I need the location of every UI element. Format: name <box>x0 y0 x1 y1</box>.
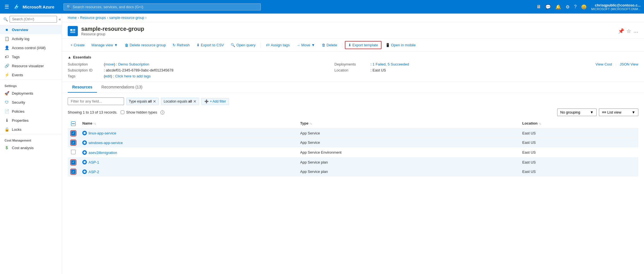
name-column-header[interactable]: Name ↑↓ <box>79 118 297 129</box>
select-all-checkbox[interactable] <box>71 121 76 126</box>
sidebar-item-events[interactable]: ⚡ Events <box>0 70 62 79</box>
create-button[interactable]: + Create <box>68 42 87 49</box>
row-checkbox-cell[interactable]: ✓ <box>68 158 79 167</box>
row-name-link[interactable]: ASP-1 <box>89 160 99 164</box>
type-chip-label: Type equals all <box>129 99 152 103</box>
json-view-link[interactable]: JSON View <box>620 62 638 66</box>
sidebar-item-policies[interactable]: 📄 Policies <box>0 107 62 116</box>
no-grouping-dropdown[interactable]: No grouping ▼ <box>557 108 597 116</box>
select-all-header[interactable] <box>68 118 79 129</box>
favorite-icon[interactable]: ☆ <box>627 28 631 34</box>
essentials-header[interactable]: ▲ Essentials <box>68 55 638 59</box>
tab-recommendations[interactable]: Recommendations (13) <box>97 82 147 93</box>
row-name-link[interactable]: asev2ilbmigration <box>89 151 117 155</box>
help-icon[interactable]: ? <box>574 4 577 9</box>
show-hidden-label[interactable]: Show hidden types <box>121 110 157 114</box>
row-checkbox-cell[interactable] <box>68 147 79 158</box>
breadcrumb-resource-groups[interactable]: Resource groups <box>80 16 106 20</box>
user-account[interactable]: chrisqpublic@contoso.c... MICROSOFT (MIC… <box>591 3 641 11</box>
sidebar-item-iam[interactable]: 👤 Access control (IAM) <box>0 43 62 52</box>
activity-log-icon: 📋 <box>5 36 9 41</box>
sidebar-item-locks[interactable]: 🔒 Locks <box>0 125 62 134</box>
row-name-link[interactable]: windows-app-service <box>89 141 123 145</box>
export-csv-label: Export to CSV <box>201 43 224 47</box>
manage-view-button[interactable]: Manage view ▼ <box>89 42 120 49</box>
view-cost-link[interactable]: View Cost <box>596 62 612 66</box>
sidebar-item-deployments[interactable]: 🚀 Deployments <box>0 89 62 98</box>
more-options-icon[interactable]: … <box>633 28 638 34</box>
refresh-label: Refresh <box>177 43 190 47</box>
sidebar-search-input[interactable] <box>10 16 57 23</box>
essentials-grid: Subscription (move) : Demo Subscription … <box>68 62 590 78</box>
tags-edit-link[interactable]: edit <box>105 74 111 78</box>
row-service-icon <box>82 150 87 155</box>
filter-input[interactable] <box>68 97 124 105</box>
table-row: ✓ ASP-1App Service planEast US <box>68 158 638 167</box>
manage-view-label: Manage view <box>91 43 113 47</box>
delete-label: Delete <box>327 43 337 47</box>
sidebar-label-tags: Tags <box>12 55 19 59</box>
row-checkbox-checked[interactable]: ✓ <box>71 160 76 165</box>
open-query-label: Open query <box>236 43 255 47</box>
row-checkbox-unchecked[interactable] <box>71 150 76 154</box>
location-chip-close[interactable]: ✕ <box>193 99 197 104</box>
subscription-move-link[interactable]: move <box>105 62 114 66</box>
row-service-icon <box>82 160 87 164</box>
query-icon: 🔍 <box>231 43 235 47</box>
open-mobile-button[interactable]: 📱 Open in mobile <box>383 42 418 49</box>
breadcrumb-current[interactable]: sample-resource-group <box>109 16 144 20</box>
notifications-icon[interactable]: 🔔 <box>555 4 561 10</box>
export-csv-button[interactable]: ⬇ Export to CSV <box>194 42 227 49</box>
settings-icon[interactable]: ⚙ <box>566 4 570 10</box>
refresh-button[interactable]: ↻ Refresh <box>170 42 193 49</box>
delete-resource-group-button[interactable]: 🗑 Delete resource group <box>122 42 169 49</box>
delete-button[interactable]: 🗑 Delete <box>319 42 340 49</box>
sidebar-item-activity-log[interactable]: 📋 Activity log <box>0 34 62 43</box>
sidebar-item-tags[interactable]: 🏷 Tags <box>0 52 62 61</box>
table-row: ✓ windows-app-serviceApp ServiceEast US <box>68 138 638 147</box>
tab-resources[interactable]: Resources <box>68 82 97 93</box>
export-template-button[interactable]: ⬇ Export template <box>345 41 381 49</box>
name-sort-icon: ↑↓ <box>93 122 96 125</box>
sidebar-item-resource-visualizer[interactable]: 🔗 Resource visualizer <box>0 61 62 70</box>
sidebar-label-deployments: Deployments <box>12 91 33 95</box>
row-checkbox-cell[interactable]: ✓ <box>68 129 79 138</box>
location-column-header[interactable]: Location ↑↓ <box>519 118 638 129</box>
row-checkbox-checked[interactable]: ✓ <box>71 169 76 174</box>
row-checkbox-checked[interactable]: ✓ <box>71 131 76 136</box>
add-filter-button[interactable]: ➕ + Add filter <box>201 98 229 105</box>
sidebar-item-properties[interactable]: ℹ Properties <box>0 116 62 125</box>
tags-add-link[interactable]: Click here to add tags <box>115 74 151 78</box>
subscription-link[interactable]: Demo Subscription <box>118 62 149 66</box>
row-checkbox-cell[interactable]: ✓ <box>68 167 79 177</box>
assign-tags-button[interactable]: 🏷 Assign tags <box>263 42 292 49</box>
type-column-header[interactable]: Type ↑↓ <box>297 118 519 129</box>
sidebar-item-overview[interactable]: ■ Overview <box>0 25 62 34</box>
row-name-link[interactable]: linux-app-service <box>89 131 116 135</box>
row-location-cell: East US <box>519 158 638 167</box>
type-chip-close[interactable]: ✕ <box>153 99 156 104</box>
global-search-bar[interactable]: 🔍 <box>63 3 261 10</box>
row-checkbox-cell[interactable]: ✓ <box>68 138 79 147</box>
row-name-link[interactable]: ASP-2 <box>89 170 99 174</box>
hamburger-menu[interactable]: ☰ <box>3 3 10 11</box>
toolbar: + Create Manage view ▼ 🗑 Delete resource… <box>62 39 644 52</box>
pin-icon[interactable]: 📌 <box>618 28 624 34</box>
open-query-button[interactable]: 🔍 Open query <box>228 42 258 49</box>
deployments-link[interactable]: 1 Failed, 5 Succeeded <box>372 62 409 66</box>
sidebar-item-security[interactable]: 🛡 Security <box>0 98 62 107</box>
cloud-shell-icon[interactable]: 🖥 <box>536 4 541 9</box>
row-service-icon <box>82 131 87 135</box>
row-checkbox-checked[interactable]: ✓ <box>71 140 76 145</box>
move-button[interactable]: → Move ▼ <box>294 42 318 49</box>
breadcrumb-home[interactable]: Home <box>68 16 77 20</box>
sidebar-collapse-btn[interactable]: « <box>59 17 61 21</box>
global-search-input[interactable] <box>73 5 258 9</box>
feedback2-icon[interactable]: 😀 <box>581 4 587 10</box>
list-view-dropdown[interactable]: ≡≡ List view ▼ <box>599 108 638 116</box>
show-hidden-checkbox[interactable] <box>121 110 124 114</box>
export-csv-icon: ⬇ <box>197 43 200 47</box>
feedback-icon[interactable]: 💬 <box>545 4 551 10</box>
sidebar-item-cost-analysis[interactable]: $ Cost analysis <box>0 143 62 152</box>
show-hidden-info-icon[interactable]: i <box>160 110 164 114</box>
